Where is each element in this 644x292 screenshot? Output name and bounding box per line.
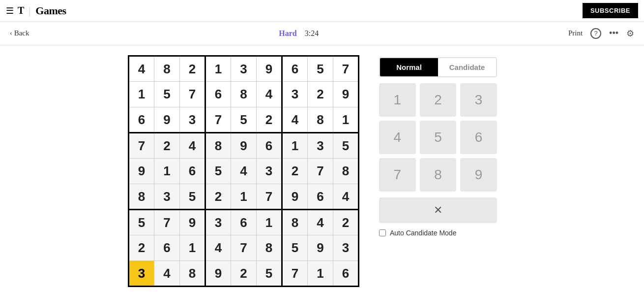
sudoku-cell[interactable]: 9 <box>154 107 180 133</box>
sudoku-cell[interactable]: 5 <box>282 235 308 261</box>
sudoku-cell[interactable]: 4 <box>257 82 282 107</box>
sudoku-cell[interactable]: 2 <box>231 261 257 287</box>
sudoku-cell[interactable]: 1 <box>180 235 205 261</box>
sudoku-cell[interactable]: 3 <box>308 133 333 159</box>
sudoku-cell[interactable]: 1 <box>129 82 154 107</box>
sudoku-cell[interactable]: 3 <box>205 210 231 235</box>
sudoku-cell[interactable]: 8 <box>333 159 359 184</box>
numpad-button-2[interactable]: 2 <box>420 83 457 117</box>
sudoku-cell[interactable]: 7 <box>205 107 231 133</box>
sudoku-cell[interactable]: 9 <box>231 133 257 159</box>
hamburger-icon[interactable]: ☰ <box>6 6 14 15</box>
sudoku-cell[interactable]: 1 <box>205 56 231 82</box>
sudoku-cell[interactable]: 6 <box>308 184 333 210</box>
sudoku-cell[interactable]: 4 <box>154 261 180 287</box>
sudoku-cell[interactable]: 4 <box>333 184 359 210</box>
normal-mode-button[interactable]: Normal <box>380 58 438 76</box>
sudoku-cell[interactable]: 6 <box>231 210 257 235</box>
sudoku-cell[interactable]: 3 <box>129 261 154 287</box>
sudoku-cell[interactable]: 6 <box>180 159 205 184</box>
sudoku-cell[interactable]: 2 <box>154 133 180 159</box>
sudoku-cell[interactable]: 3 <box>257 159 282 184</box>
sudoku-cell[interactable]: 7 <box>129 133 154 159</box>
help-button[interactable]: ? <box>590 28 601 39</box>
sudoku-cell[interactable]: 7 <box>257 184 282 210</box>
sudoku-cell[interactable]: 2 <box>257 107 282 133</box>
sudoku-cell[interactable]: 7 <box>231 235 257 261</box>
sudoku-cell[interactable]: 1 <box>333 107 359 133</box>
sudoku-cell[interactable]: 9 <box>257 56 282 82</box>
sudoku-cell[interactable]: 1 <box>154 159 180 184</box>
print-button[interactable]: Print <box>568 29 583 37</box>
sudoku-cell[interactable]: 3 <box>180 107 205 133</box>
settings-button[interactable]: ⚙ <box>626 28 634 39</box>
numpad-button-1[interactable]: 1 <box>379 83 416 117</box>
erase-button[interactable]: ✕ <box>379 197 497 223</box>
sudoku-cell[interactable]: 7 <box>180 82 205 107</box>
sudoku-cell[interactable]: 3 <box>154 184 180 210</box>
sudoku-cell[interactable]: 2 <box>308 82 333 107</box>
sudoku-cell[interactable]: 4 <box>180 133 205 159</box>
sudoku-cell[interactable]: 9 <box>282 184 308 210</box>
sudoku-cell[interactable]: 5 <box>205 159 231 184</box>
numpad-button-3[interactable]: 3 <box>460 83 497 117</box>
sudoku-cell[interactable]: 6 <box>154 235 180 261</box>
sudoku-cell[interactable]: 4 <box>308 210 333 235</box>
sudoku-cell[interactable]: 2 <box>205 184 231 210</box>
sudoku-cell[interactable]: 7 <box>154 210 180 235</box>
sudoku-cell[interactable]: 7 <box>282 261 308 287</box>
back-button[interactable]: ‹ Back <box>10 29 29 37</box>
sudoku-cell[interactable]: 1 <box>257 210 282 235</box>
sudoku-cell[interactable]: 8 <box>129 184 154 210</box>
sudoku-cell[interactable]: 4 <box>129 56 154 82</box>
sudoku-cell[interactable]: 2 <box>282 159 308 184</box>
sudoku-cell[interactable]: 6 <box>282 56 308 82</box>
sudoku-cell[interactable]: 8 <box>154 56 180 82</box>
sudoku-cell[interactable]: 2 <box>180 56 205 82</box>
sudoku-cell[interactable]: 9 <box>129 159 154 184</box>
sudoku-cell[interactable]: 2 <box>333 210 359 235</box>
sudoku-cell[interactable]: 5 <box>129 210 154 235</box>
sudoku-cell[interactable]: 8 <box>282 210 308 235</box>
sudoku-cell[interactable]: 9 <box>308 235 333 261</box>
sudoku-cell[interactable]: 8 <box>231 82 257 107</box>
sudoku-cell[interactable]: 9 <box>205 261 231 287</box>
sudoku-cell[interactable]: 3 <box>231 56 257 82</box>
sudoku-cell[interactable]: 6 <box>129 107 154 133</box>
sudoku-cell[interactable]: 3 <box>333 235 359 261</box>
candidate-mode-button[interactable]: Candidate <box>438 58 496 76</box>
auto-candidate-label[interactable]: Auto Candidate Mode <box>379 229 497 237</box>
more-button[interactable]: ••• <box>609 28 618 38</box>
numpad-button-4[interactable]: 4 <box>379 121 416 154</box>
sudoku-cell[interactable]: 5 <box>231 107 257 133</box>
numpad-button-9[interactable]: 9 <box>460 158 497 192</box>
sudoku-cell[interactable]: 7 <box>308 159 333 184</box>
sudoku-cell[interactable]: 4 <box>282 107 308 133</box>
auto-candidate-checkbox[interactable] <box>379 229 386 236</box>
sudoku-cell[interactable]: 8 <box>308 107 333 133</box>
sudoku-cell[interactable]: 9 <box>180 210 205 235</box>
numpad-button-5[interactable]: 5 <box>420 121 457 154</box>
sudoku-cell[interactable]: 5 <box>180 184 205 210</box>
sudoku-cell[interactable]: 2 <box>129 235 154 261</box>
sudoku-cell[interactable]: 6 <box>205 82 231 107</box>
sudoku-cell[interactable]: 1 <box>231 184 257 210</box>
numpad-button-6[interactable]: 6 <box>460 121 497 154</box>
sudoku-cell[interactable]: 1 <box>282 133 308 159</box>
sudoku-cell[interactable]: 6 <box>257 133 282 159</box>
subscribe-button[interactable]: SUBSCRIBE <box>583 3 638 18</box>
numpad-button-7[interactable]: 7 <box>379 158 416 192</box>
sudoku-cell[interactable]: 5 <box>154 82 180 107</box>
sudoku-cell[interactable]: 8 <box>257 235 282 261</box>
numpad-button-8[interactable]: 8 <box>420 158 457 192</box>
sudoku-cell[interactable]: 4 <box>205 235 231 261</box>
sudoku-cell[interactable]: 8 <box>205 133 231 159</box>
sudoku-cell[interactable]: 6 <box>333 261 359 287</box>
sudoku-cell[interactable]: 5 <box>257 261 282 287</box>
sudoku-cell[interactable]: 4 <box>231 159 257 184</box>
sudoku-cell[interactable]: 1 <box>308 261 333 287</box>
sudoku-cell[interactable]: 9 <box>333 82 359 107</box>
sudoku-cell[interactable]: 7 <box>333 56 359 82</box>
sudoku-cell[interactable]: 5 <box>308 56 333 82</box>
sudoku-cell[interactable]: 8 <box>180 261 205 287</box>
